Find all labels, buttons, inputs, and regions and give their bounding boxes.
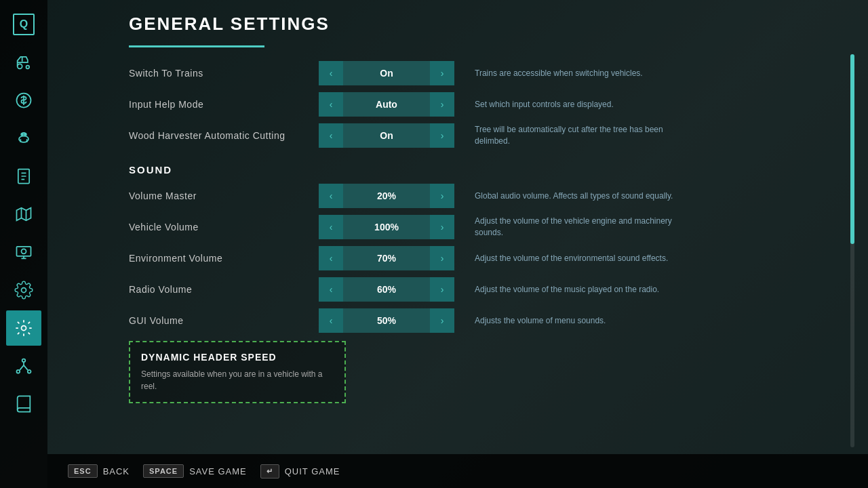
enter-key-badge: ↵ bbox=[260, 464, 279, 479]
svg-point-1 bbox=[26, 66, 30, 69]
wood-harvester-value: On bbox=[343, 123, 430, 148]
gui-volume-next-button[interactable]: › bbox=[430, 308, 454, 333]
sound-section-title: SOUND bbox=[129, 164, 848, 176]
dhs-title: DYNAMIC HEADER SPEED bbox=[141, 352, 334, 363]
save-game-label: SAVE GAME bbox=[189, 466, 247, 476]
volume-master-value: 20% bbox=[343, 184, 430, 208]
radio-volume-desc: Adjust the volume of the music played on… bbox=[475, 284, 659, 296]
setting-control-input-help-mode: ‹ Auto › bbox=[319, 92, 454, 117]
environment-volume-prev-button[interactable]: ‹ bbox=[319, 246, 343, 270]
environment-volume-value: 70% bbox=[343, 246, 430, 270]
sidebar-item-contracts[interactable] bbox=[6, 159, 41, 194]
radio-volume-value: 60% bbox=[343, 277, 430, 302]
bottom-bar: ESC BACK SPACE SAVE GAME ↵ QUIT GAME bbox=[47, 454, 868, 488]
wood-harvester-next-button[interactable]: › bbox=[430, 123, 454, 148]
settings-icon bbox=[14, 319, 33, 338]
main-content: GENERAL SETTINGS Switch To Trains ‹ On ›… bbox=[47, 0, 868, 488]
dynamic-header-speed-box: DYNAMIC HEADER SPEED Settings available … bbox=[129, 341, 346, 403]
gui-volume-desc: Adjusts the volume of menu sounds. bbox=[475, 315, 606, 327]
sidebar-item-q[interactable]: Q bbox=[6, 7, 41, 42]
dollar-icon bbox=[14, 91, 33, 110]
q-icon: Q bbox=[13, 14, 35, 35]
setting-control-vehicle-volume: ‹ 100% › bbox=[319, 215, 454, 239]
setting-row-switch-to-trains: Switch To Trains ‹ On › Trains are acces… bbox=[129, 58, 848, 88]
volume-master-desc: Global audio volume. Affects all types o… bbox=[475, 190, 673, 202]
svg-point-9 bbox=[22, 288, 26, 293]
sidebar-item-animals[interactable] bbox=[6, 121, 41, 156]
setting-label-environment-volume: Environment Volume bbox=[129, 253, 319, 264]
page-title: GENERAL SETTINGS bbox=[129, 14, 848, 35]
quit-game-label: QUIT GAME bbox=[285, 466, 340, 476]
vehicle-volume-prev-button[interactable]: ‹ bbox=[319, 215, 343, 239]
input-help-mode-value: Auto bbox=[343, 92, 430, 117]
monitor-icon bbox=[14, 243, 33, 262]
setting-row-gui-volume: GUI Volume ‹ 50% › Adjusts the volume of… bbox=[129, 306, 848, 336]
vehicle-volume-desc: Adjust the volume of the vehicle engine … bbox=[475, 216, 692, 239]
radio-volume-next-button[interactable]: › bbox=[430, 277, 454, 302]
setting-control-environment-volume: ‹ 70% › bbox=[319, 246, 454, 270]
svg-point-4 bbox=[22, 134, 23, 135]
gui-volume-value: 50% bbox=[343, 308, 430, 333]
wood-harvester-prev-button[interactable]: ‹ bbox=[319, 123, 343, 148]
general-settings-section: Switch To Trains ‹ On › Trains are acces… bbox=[129, 58, 848, 150]
svg-point-10 bbox=[22, 326, 26, 331]
setting-label-gui-volume: GUI Volume bbox=[129, 315, 319, 326]
setting-label-radio-volume: Radio Volume bbox=[129, 284, 319, 295]
setting-label-vehicle-volume: Vehicle Volume bbox=[129, 222, 319, 232]
svg-point-8 bbox=[22, 249, 26, 253]
scrollbar-thumb[interactable] bbox=[850, 54, 854, 244]
sidebar-item-monitor[interactable] bbox=[6, 235, 41, 270]
svg-point-12 bbox=[17, 370, 20, 373]
setting-row-radio-volume: Radio Volume ‹ 60% › Adjust the volume o… bbox=[129, 274, 848, 304]
setting-label-volume-master: Volume Master bbox=[129, 190, 319, 201]
scrollbar-track[interactable] bbox=[850, 54, 854, 447]
setting-control-gui-volume: ‹ 50% › bbox=[319, 308, 454, 333]
environment-volume-next-button[interactable]: › bbox=[430, 246, 454, 270]
switch-to-trains-prev-button[interactable]: ‹ bbox=[319, 61, 343, 85]
setting-row-vehicle-volume: Vehicle Volume ‹ 100% › Adjust the volum… bbox=[129, 212, 848, 242]
sound-settings-section: Volume Master ‹ 20% › Global audio volum… bbox=[129, 181, 848, 336]
setting-row-wood-harvester: Wood Harvester Automatic Cutting ‹ On › … bbox=[129, 121, 848, 150]
space-key-badge: SPACE bbox=[143, 464, 184, 478]
volume-master-prev-button[interactable]: ‹ bbox=[319, 184, 343, 208]
setting-control-radio-volume: ‹ 60% › bbox=[319, 277, 454, 302]
save-game-button[interactable]: SPACE SAVE GAME bbox=[143, 464, 247, 478]
contracts-icon bbox=[14, 167, 33, 186]
sidebar-item-network[interactable] bbox=[6, 348, 41, 384]
sidebar-item-tractor[interactable] bbox=[6, 45, 41, 80]
svg-rect-7 bbox=[17, 247, 31, 256]
setting-control-volume-master: ‹ 20% › bbox=[319, 184, 454, 208]
setting-control-switch-to-trains: ‹ On › bbox=[319, 61, 454, 85]
radio-volume-prev-button[interactable]: ‹ bbox=[319, 277, 343, 302]
sidebar-item-economy[interactable] bbox=[6, 83, 41, 118]
sidebar: Q bbox=[0, 0, 47, 488]
back-label: BACK bbox=[103, 466, 130, 476]
book-icon bbox=[14, 394, 33, 413]
switch-to-trains-desc: Trains are accessible when switching veh… bbox=[475, 68, 643, 79]
equipment-icon bbox=[14, 281, 33, 300]
sidebar-item-map[interactable] bbox=[6, 197, 41, 232]
switch-to-trains-next-button[interactable]: › bbox=[430, 61, 454, 85]
tractor-icon bbox=[14, 53, 33, 72]
gui-volume-prev-button[interactable]: ‹ bbox=[319, 308, 343, 333]
sidebar-item-equipment[interactable] bbox=[6, 272, 41, 308]
vehicle-volume-value: 100% bbox=[343, 215, 430, 239]
quit-game-button[interactable]: ↵ QUIT GAME bbox=[260, 464, 340, 479]
dhs-description: Settings available when you are in a veh… bbox=[141, 368, 334, 392]
svg-point-0 bbox=[18, 64, 22, 68]
input-help-mode-prev-button[interactable]: ‹ bbox=[319, 92, 343, 117]
svg-point-5 bbox=[24, 134, 26, 135]
setting-control-wood-harvester: ‹ On › bbox=[319, 123, 454, 148]
setting-row-volume-master: Volume Master ‹ 20% › Global audio volum… bbox=[129, 181, 848, 211]
setting-label-input-help-mode: Input Help Mode bbox=[129, 99, 319, 110]
switch-to-trains-value: On bbox=[343, 61, 430, 85]
esc-key-badge: ESC bbox=[68, 464, 98, 478]
sidebar-item-help[interactable] bbox=[6, 386, 41, 422]
back-button[interactable]: ESC BACK bbox=[68, 464, 130, 478]
sidebar-item-settings[interactable] bbox=[6, 310, 41, 346]
vehicle-volume-next-button[interactable]: › bbox=[430, 215, 454, 239]
map-icon bbox=[14, 205, 33, 224]
input-help-mode-next-button[interactable]: › bbox=[430, 92, 454, 117]
top-divider bbox=[129, 45, 264, 47]
volume-master-next-button[interactable]: › bbox=[430, 184, 454, 208]
